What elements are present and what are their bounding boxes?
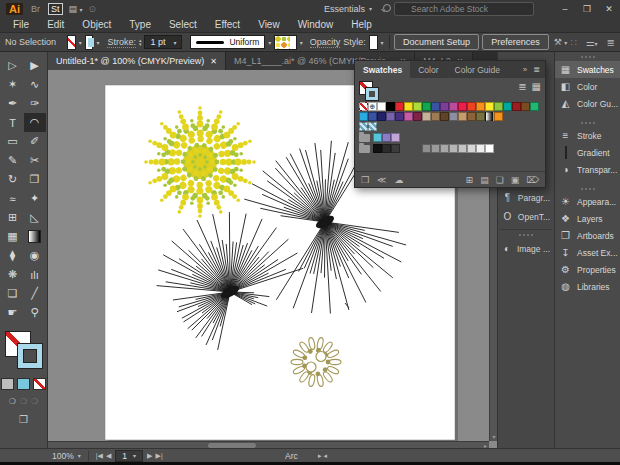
rectangle-tool[interactable]: ▭ (2, 132, 24, 151)
menu-effect[interactable]: Effect (206, 19, 249, 30)
swatch[interactable] (494, 112, 503, 121)
opacity-label[interactable]: Opacity (310, 37, 341, 48)
swatch[interactable] (431, 102, 440, 111)
swatch[interactable] (440, 112, 449, 121)
swatch-kinds-icon[interactable]: ≪ (377, 175, 386, 185)
pencil-tool[interactable]: ✎ (2, 151, 24, 170)
preferences-button[interactable]: Preferences (482, 34, 549, 50)
search-input[interactable] (394, 2, 534, 16)
dock-item-swatches[interactable]: ▦Swatches (555, 61, 620, 78)
width-tool[interactable]: ≈ (2, 189, 24, 208)
menu-help[interactable]: Help (342, 19, 381, 30)
panel-menu-icon[interactable]: ≣ (533, 65, 540, 74)
color-group-folder-icon[interactable] (359, 145, 370, 153)
type-tool[interactable]: T (2, 113, 24, 132)
dock-item-libraries[interactable]: ◍Libraries (555, 278, 620, 295)
swatch[interactable] (440, 102, 449, 111)
new-folder-icon[interactable]: ❏ (496, 175, 504, 185)
document-setup-button[interactable]: Document Setup (394, 34, 479, 50)
symbol-sprayer-tool[interactable]: ❋ (2, 265, 24, 284)
dock-item-transpar[interactable]: ◑Transpar... (555, 161, 620, 178)
menu-window[interactable]: Window (289, 19, 343, 30)
touch-workspace-icon[interactable]: ⊙ (89, 4, 97, 14)
drawing-modes[interactable]: ❍❍❍ (0, 397, 47, 406)
close-button[interactable]: ✕ (598, 0, 620, 17)
panel-stroke-box[interactable] (366, 88, 378, 100)
panel-expand-icon[interactable]: » (523, 65, 527, 74)
panel-fill-stroke-indicator[interactable] (359, 81, 381, 101)
zoom-level[interactable]: 100% (52, 451, 74, 461)
swatch[interactable] (382, 144, 391, 153)
swatch[interactable] (458, 112, 467, 121)
menu-type[interactable]: Type (120, 19, 160, 30)
swatch[interactable] (449, 112, 458, 121)
menu-select[interactable]: Select (160, 19, 206, 30)
swatch[interactable] (386, 102, 395, 111)
swatch[interactable] (359, 112, 368, 121)
rotate-tool[interactable]: ↻ (2, 170, 24, 189)
selection-tool[interactable]: ▷ (2, 56, 24, 75)
fill-chevron-icon[interactable]: ▾ (79, 39, 82, 46)
align-icon[interactable]: ⚌▾ (586, 37, 598, 48)
transform-icon[interactable]: ∷ (570, 37, 576, 48)
swatch-none[interactable] (359, 102, 368, 111)
color-group-folder-icon[interactable] (359, 134, 370, 142)
horizontal-scrollbar[interactable]: ▸ (48, 441, 489, 448)
swatch[interactable] (413, 102, 422, 111)
swatch[interactable] (368, 112, 377, 121)
swatch[interactable] (431, 144, 440, 153)
swatch[interactable] (467, 144, 476, 153)
style-swatch[interactable] (369, 35, 378, 50)
swatch[interactable] (458, 144, 467, 153)
column-graph-tool[interactable]: ılı (24, 265, 46, 284)
stroke-label[interactable]: Stroke: (107, 37, 136, 48)
none-button[interactable] (33, 378, 46, 390)
arc-tool[interactable]: ◠ (24, 113, 46, 132)
last-artboard-icon[interactable]: ▶| (156, 452, 163, 460)
minimize-button[interactable]: – (554, 0, 576, 17)
pattern-swatch[interactable] (359, 122, 368, 131)
swatch[interactable] (373, 144, 382, 153)
swatch[interactable] (395, 102, 404, 111)
swatch[interactable] (521, 102, 530, 111)
style-chevron-icon[interactable]: ▾ (381, 39, 384, 46)
stroke-color-box[interactable] (17, 343, 43, 369)
swatch[interactable] (377, 112, 386, 121)
fill-stroke-indicator[interactable] (4, 330, 44, 372)
screen-mode-icon[interactable]: ❐ (0, 414, 47, 425)
dock-item-layers[interactable]: ❖Layers (555, 210, 620, 227)
swatch[interactable] (431, 112, 440, 121)
swatch[interactable] (377, 102, 386, 111)
swatch[interactable] (476, 102, 485, 111)
stroke-weight-input[interactable]: 1 pt▾ (144, 35, 182, 49)
swatch[interactable] (395, 112, 404, 121)
paintbrush-tool[interactable]: ✐ (24, 132, 46, 151)
profile-chevron-icon[interactable]: ▾ (268, 39, 271, 46)
perspective-grid-tool[interactable]: ◺ (24, 208, 46, 227)
stock-badge[interactable]: St (48, 3, 63, 15)
menu-file[interactable]: File (4, 19, 38, 30)
tab-close-icon[interactable]: ✕ (210, 57, 217, 66)
stroke-stepper[interactable]: ▴▾ (139, 38, 142, 46)
menu-view[interactable]: View (249, 19, 289, 30)
pattern-swatch[interactable] (368, 122, 377, 131)
slice-tool[interactable]: ╱ (24, 284, 46, 303)
panel-tab-swatches[interactable]: Swatches (355, 61, 410, 78)
swatch[interactable] (512, 102, 521, 111)
first-artboard-icon[interactable]: |◀ (96, 452, 103, 460)
stroke-chevron-icon[interactable]: ▾ (96, 39, 99, 46)
zoom-chevron-icon[interactable]: ▾ (78, 452, 81, 459)
document-tab[interactable]: Untitled-1* @ 100% (CMYK/Preview)✕ (48, 52, 226, 70)
stroke-profile-select[interactable]: Uniform (190, 35, 265, 49)
list-view-icon[interactable]: ≣ (518, 81, 526, 92)
dock-item-appeara[interactable]: ☀Appeara... (555, 193, 620, 210)
swatch[interactable] (476, 144, 485, 153)
fill-swatch[interactable] (67, 35, 76, 50)
panel-list-icon[interactable]: ≣ (607, 37, 615, 48)
swatch[interactable] (404, 102, 413, 111)
collapsed-image-trace-panel[interactable]: ◐Image ... (498, 239, 554, 258)
swatch-registration[interactable]: ⊕ (368, 102, 377, 111)
direct-selection-tool[interactable]: ▶ (24, 56, 46, 75)
new-color-group-icon[interactable]: ⊞ (466, 175, 474, 185)
swatch[interactable] (476, 112, 485, 121)
